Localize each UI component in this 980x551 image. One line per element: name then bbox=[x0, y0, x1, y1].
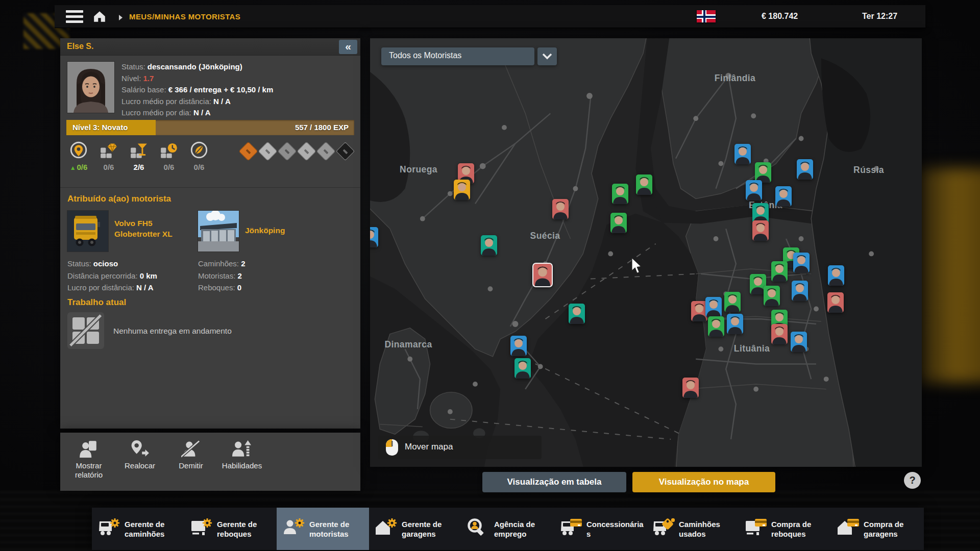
truck-name-line1: Volvo FH5 bbox=[114, 218, 191, 229]
truck-thumbnail[interactable] bbox=[67, 211, 108, 252]
skills-button[interactable]: Habilidades bbox=[218, 438, 265, 491]
stat-line: Reboques: 0 bbox=[198, 282, 326, 294]
driver-marker[interactable] bbox=[514, 358, 531, 379]
driver-marker[interactable] bbox=[734, 144, 751, 164]
game-time: Ter 12:27 bbox=[862, 12, 897, 21]
nav-truck-tag[interactable]: Caminhões usados bbox=[646, 508, 739, 550]
driver-marker[interactable] bbox=[552, 199, 569, 219]
breadcrumb[interactable]: MEUS/MINHAS MOTORISTAS bbox=[129, 12, 240, 21]
driver-marker[interactable] bbox=[510, 336, 527, 356]
current-job-title: Trabalho atual bbox=[67, 297, 126, 308]
trailer-card-icon bbox=[744, 518, 767, 540]
driver-marker[interactable] bbox=[569, 304, 585, 324]
driver-marker[interactable] bbox=[636, 174, 652, 195]
country-label: Suécia bbox=[530, 231, 560, 241]
relocate-icon bbox=[116, 440, 163, 459]
driver-marker[interactable] bbox=[771, 324, 788, 344]
driver-actions-panel: Mostrar relatórioRealocarDemitirHabilida… bbox=[60, 433, 360, 491]
dismiss-icon bbox=[167, 440, 214, 459]
nav-house-gear[interactable]: Gerente de garagens bbox=[369, 508, 461, 550]
skills-row: ▲0/60/62/60/60/6 bbox=[67, 141, 210, 171]
assigned-truck-name[interactable]: Volvo FH5 Globetrotter XL bbox=[114, 218, 191, 239]
driver-info-line: Lucro médio por dia: N / A bbox=[121, 107, 354, 119]
fragile-cargo-icon bbox=[100, 141, 118, 160]
driver-filter-dropdown[interactable]: Todos os Motoristas bbox=[381, 47, 534, 65]
garage-thumbnail[interactable] bbox=[198, 211, 239, 252]
eco-driving-icon bbox=[190, 141, 208, 160]
stat-line: Motoristas: 2 bbox=[198, 270, 326, 282]
driver-marker[interactable] bbox=[708, 316, 724, 337]
driver-marker[interactable] bbox=[481, 235, 497, 256]
country-label: Rússia bbox=[853, 165, 884, 176]
country-label: Lituânia bbox=[734, 343, 770, 354]
nav-person-search[interactable]: Agência de emprego bbox=[461, 508, 554, 550]
home-icon[interactable] bbox=[92, 10, 107, 23]
skills-icon bbox=[218, 440, 265, 459]
house-card-icon bbox=[836, 518, 860, 540]
no-delivery-text: Nenhuma entrega em andamento bbox=[113, 327, 232, 336]
driver-marker[interactable] bbox=[793, 253, 810, 273]
nav-label: Agência de emprego bbox=[494, 519, 551, 539]
no-job-icon bbox=[67, 312, 104, 349]
skill-eco-driving: 0/6 bbox=[188, 141, 210, 171]
adr-badges-row bbox=[241, 144, 352, 158]
action-label: Mostrar relatório bbox=[68, 461, 109, 480]
chevron-down-icon[interactable] bbox=[537, 47, 557, 65]
driver-marker[interactable] bbox=[370, 227, 378, 247]
adr-toxic-icon bbox=[316, 141, 335, 161]
adr-gases-icon bbox=[258, 141, 277, 161]
person-search-icon bbox=[467, 518, 490, 540]
relocate-button[interactable]: Realocar bbox=[116, 438, 163, 491]
dismiss-button[interactable]: Demitir bbox=[167, 438, 214, 491]
skill-value: 0/6 bbox=[158, 163, 180, 171]
move-map-hint: Mover mapa bbox=[378, 436, 542, 459]
action-label: Habilidades bbox=[222, 461, 262, 470]
skill-value: 0/6 bbox=[97, 163, 120, 171]
action-label: Realocar bbox=[119, 461, 160, 470]
drivers-map[interactable]: FinlândiaNoruegaSuéciaRússiaEstôniaLituâ… bbox=[370, 38, 922, 467]
driver-marker[interactable] bbox=[827, 292, 844, 313]
driver-marker[interactable] bbox=[791, 332, 807, 352]
nav-label: Compra de garagens bbox=[864, 519, 921, 539]
truck-stats: Status: ociosoDistância percorrida: 0 km… bbox=[67, 258, 195, 294]
assigned-garage-name[interactable]: Jönköping bbox=[245, 226, 285, 235]
skill-value: 0/6 bbox=[188, 163, 210, 171]
move-map-label: Mover mapa bbox=[405, 442, 453, 452]
truck-gear-icon bbox=[97, 518, 120, 540]
driver-marker[interactable] bbox=[752, 220, 769, 241]
driver-marker[interactable] bbox=[797, 159, 813, 180]
driver-marker[interactable] bbox=[771, 261, 788, 282]
driver-info-line: Lucro médio por distância: N / A bbox=[121, 96, 354, 108]
report-button[interactable]: Mostrar relatório bbox=[65, 438, 112, 491]
driver-marker[interactable] bbox=[764, 286, 780, 306]
driver-marker[interactable] bbox=[682, 378, 699, 398]
driver-marker[interactable] bbox=[705, 297, 722, 317]
truck-name-line2: Globetrotter XL bbox=[114, 229, 191, 239]
driver-marker[interactable] bbox=[755, 162, 771, 183]
nav-house-card[interactable]: Compra de garagens bbox=[831, 508, 923, 550]
driver-marker[interactable] bbox=[610, 213, 627, 233]
menu-icon[interactable] bbox=[66, 10, 83, 23]
driver-marker[interactable] bbox=[775, 186, 792, 207]
selected-driver-marker[interactable] bbox=[532, 263, 553, 287]
nav-person-gear[interactable]: Gerente de motoristas bbox=[277, 508, 369, 550]
driver-marker[interactable] bbox=[792, 281, 808, 301]
collapse-panel-button[interactable]: « bbox=[339, 40, 357, 54]
stat-line: Distância percorrida: 0 km bbox=[67, 270, 195, 282]
help-button[interactable]: ? bbox=[904, 472, 921, 489]
nav-label: Caminhões usados bbox=[679, 519, 736, 539]
stat-line: Status: ocioso bbox=[67, 258, 195, 270]
driver-marker[interactable] bbox=[746, 180, 762, 201]
nav-trailer-gear[interactable]: Gerente de reboques bbox=[184, 508, 277, 550]
driver-marker[interactable] bbox=[454, 180, 470, 200]
nav-truck-card[interactable]: Concessionárias bbox=[554, 508, 646, 550]
nav-truck-gear[interactable]: Gerente de caminhões bbox=[92, 508, 184, 550]
driver-marker[interactable] bbox=[612, 184, 628, 204]
driver-marker[interactable] bbox=[828, 265, 844, 286]
adr-explosives-icon bbox=[238, 141, 258, 161]
nav-trailer-card[interactable]: Compra de reboques bbox=[739, 508, 831, 550]
driver-marker[interactable] bbox=[727, 314, 743, 334]
table-view-button[interactable]: Visualização em tabela bbox=[482, 472, 626, 492]
driver-marker[interactable] bbox=[724, 292, 741, 312]
map-view-button[interactable]: Visualização no mapa bbox=[632, 472, 775, 492]
